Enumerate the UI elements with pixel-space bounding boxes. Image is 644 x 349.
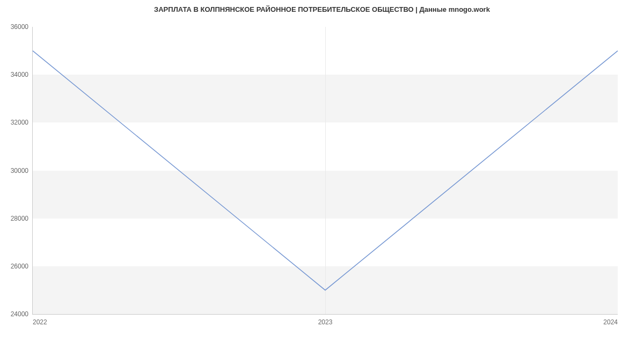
chart-title: ЗАРПЛАТА В КОЛПНЯНСКОЕ РАЙОННОЕ ПОТРЕБИТ… [0,5,644,13]
y-tick-label: 34000 [11,71,33,78]
line-series [33,27,618,314]
x-tick-label: 2024 [603,314,618,326]
x-tick-label: 2022 [33,314,47,326]
y-tick-label: 24000 [11,310,33,318]
y-tick-label: 32000 [11,119,33,126]
y-tick-label: 26000 [11,263,33,270]
chart-container: ЗАРПЛАТА В КОЛПНЯНСКОЕ РАЙОННОЕ ПОТРЕБИТ… [0,0,644,349]
y-tick-label: 28000 [11,215,33,222]
plot-area: 2022202320242400026000280003000032000340… [32,27,618,315]
x-tick-label: 2023 [318,314,333,326]
series-line [33,51,618,290]
y-tick-label: 30000 [11,167,33,174]
y-tick-label: 36000 [11,23,33,31]
